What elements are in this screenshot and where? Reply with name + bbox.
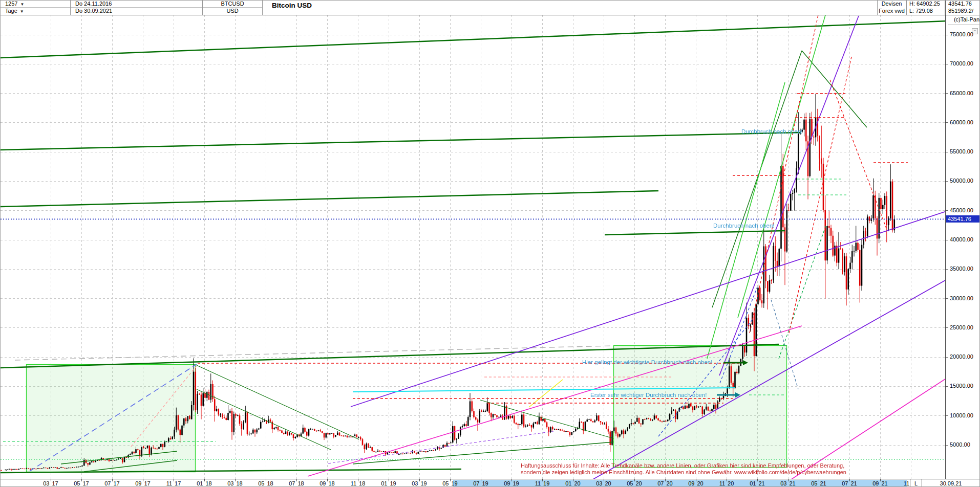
chart-header: 1257▼ Tage▼ Do 24.11.2016 Do 30.09.2021 … — [1, 1, 980, 15]
price-tick — [946, 122, 948, 123]
price-tick — [946, 35, 948, 35]
price-tick-label: 60000.00 — [950, 119, 973, 125]
time-tick-label: 0520 — [627, 480, 642, 486]
price-tick — [946, 64, 948, 64]
price-tick — [946, 152, 948, 152]
annotation-text: Hier gelingt der wichtigste Durchbruch n… — [582, 359, 712, 365]
time-tick-label: 0521 — [811, 480, 826, 486]
price-tick — [946, 445, 948, 446]
price-tick — [946, 181, 948, 182]
price-tick-label: 15000.00 — [950, 383, 973, 389]
time-tick-label: 0118 — [197, 480, 212, 486]
page-title: Bitcoin USD — [272, 2, 312, 9]
date-range-cell: Do 24.11.2016 Do 30.09.2021 — [71, 1, 203, 15]
price-tick — [946, 298, 948, 299]
time-tick-label: 0321 — [780, 480, 796, 486]
price-tick-label: 20000.00 — [950, 353, 973, 360]
price-tick-label: 25000.00 — [950, 324, 973, 330]
price-tick — [946, 210, 948, 211]
scale-toggle[interactable]: L — [910, 479, 922, 487]
high-value: H: 64902.25 — [907, 1, 945, 8]
date-to-field[interactable]: Do 30.09.2021 — [71, 8, 202, 15]
date-from-field[interactable]: Do 24.11.2016 — [71, 1, 202, 8]
price-tick-label: 5000.00 — [950, 441, 970, 448]
symbol-cell: BTCUSD USD — [203, 1, 263, 15]
time-tick-label: 0320 — [596, 480, 611, 486]
time-tick-label: 1117 — [166, 480, 181, 486]
high-low-cell: H: 64902.25 L: 729.08 — [906, 1, 945, 15]
chart-canvas[interactable] — [1, 1, 980, 487]
price-tick — [946, 269, 948, 270]
chevron-down-icon: ▼ — [20, 9, 24, 14]
price-tick-label: 55000.00 — [950, 148, 973, 154]
price-tick-label: 65000.00 — [950, 90, 973, 96]
currency-label: USD — [203, 8, 262, 15]
annotation-text: Erster sehr wichtiger Durchbruch nach ob… — [590, 392, 707, 398]
time-tick-label: 0719 — [473, 480, 488, 486]
price-tick — [946, 357, 948, 358]
time-tick-label: 0918 — [319, 480, 335, 486]
last-values-cell: 43541.76 851989.2/ — [945, 1, 980, 15]
time-tick-label: 0717 — [104, 480, 120, 486]
bars-count-dropdown[interactable]: 1257▼ — [1, 1, 70, 8]
copyright-label: (c)Tai-Pan — [948, 16, 979, 25]
time-axis-highlight — [453, 480, 907, 487]
market-cell: Devisen Forex vwd — [877, 1, 906, 15]
annotation-text: Durchbruch nach oben! — [741, 128, 803, 135]
time-tick-label: 0121 — [750, 480, 765, 486]
time-tick-label: 0519 — [442, 480, 458, 486]
price-tick — [946, 415, 948, 416]
time-tick-label: 1118 — [351, 480, 366, 486]
bars-period-cell: 1257▼ Tage▼ — [1, 1, 71, 15]
time-tick-label: 0919 — [504, 480, 519, 486]
annotation-text: Durchbruch nach oben! — [713, 223, 775, 229]
price-tick-label: 35000.00 — [950, 265, 973, 272]
price-axis[interactable]: (c)Tai-Pan − 43541.76 75000.0070000.0065… — [945, 15, 980, 479]
volume-value: 851989.2/ — [946, 8, 980, 15]
time-tick-label: 0721 — [842, 480, 857, 486]
period-dropdown[interactable]: Tage▼ — [1, 8, 70, 15]
price-tick-label: 70000.00 — [950, 60, 973, 67]
price-tick — [946, 386, 948, 387]
time-tick-label: 0921 — [872, 480, 888, 486]
time-tick-label: 0317 — [43, 480, 58, 486]
price-tick-label: 40000.00 — [950, 236, 973, 242]
feed-label: Forex vwd — [878, 8, 906, 15]
disclaimer-text: Haftungsausschluss für Inhalte: Alle Tre… — [521, 462, 846, 476]
low-value: L: 729.08 — [907, 8, 945, 15]
taipan-chart-window: 1257▼ Tage▼ Do 24.11.2016 Do 30.09.2021 … — [0, 0, 980, 487]
axis-end-date: 30.09.21 — [922, 479, 979, 487]
price-tick — [946, 240, 948, 240]
chevron-down-icon: ▼ — [20, 2, 24, 7]
last-price-tag: 43541.76 — [946, 215, 980, 223]
price-tick-label: 50000.00 — [950, 178, 973, 184]
time-tick-label: 1119 — [535, 480, 550, 486]
time-tick-label: 0917 — [135, 480, 151, 486]
symbol-field[interactable]: BTCUSD — [203, 1, 262, 8]
time-tick-label: 0718 — [289, 480, 304, 486]
time-tick-label: 0920 — [688, 480, 704, 486]
market-label: Devisen — [878, 1, 906, 8]
time-tick-label: 0119 — [381, 480, 396, 486]
time-tick-label: 0319 — [412, 480, 427, 486]
price-tick — [946, 327, 948, 328]
time-tick-label: 0517 — [74, 480, 89, 486]
time-tick-label: 0318 — [227, 480, 243, 486]
time-axis[interactable]: L 30.09.21 03170517071709171117011803180… — [1, 479, 980, 487]
time-tick-label: 0120 — [565, 480, 581, 486]
price-tick — [946, 93, 948, 94]
last-price-value: 43541.76 — [946, 1, 980, 8]
price-tick-label: 10000.00 — [950, 412, 973, 418]
price-tick-label: 45000.00 — [950, 207, 973, 213]
time-tick-label: 1120 — [719, 480, 734, 486]
time-tick-label: 0518 — [258, 480, 273, 486]
time-tick-label: 0720 — [657, 480, 673, 486]
price-tick-label: 30000.00 — [950, 295, 973, 301]
price-tick-label: 75000.00 — [950, 31, 973, 37]
